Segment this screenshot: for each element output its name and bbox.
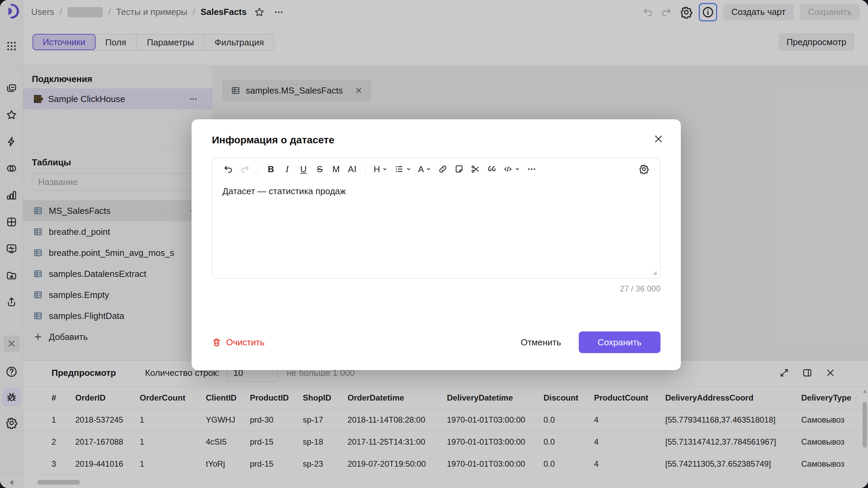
- modal-title: Информация о датасете: [212, 134, 660, 146]
- resize-handle[interactable]: [652, 270, 658, 276]
- trash-icon: [212, 338, 221, 347]
- heading-dropdown[interactable]: H: [370, 162, 391, 177]
- cut-scissors-icon[interactable]: [467, 162, 484, 177]
- bold-icon[interactable]: B: [263, 162, 279, 177]
- toolbar-divider: [258, 164, 258, 174]
- editor-toolbar: B I U S M AI H: [212, 158, 660, 180]
- chevron-down-icon: [406, 166, 411, 172]
- editor-redo-icon[interactable]: [237, 162, 253, 177]
- heading-letter: H: [374, 164, 380, 175]
- underline-icon[interactable]: U: [295, 162, 312, 177]
- monospace-icon[interactable]: AI: [344, 162, 360, 177]
- code-icon: [503, 164, 513, 174]
- clear-label: Очистить: [226, 337, 264, 348]
- list-dropdown[interactable]: [391, 162, 415, 177]
- chevron-down-icon: [382, 166, 388, 172]
- char-counter: 27 / 36 000: [212, 284, 660, 293]
- code-dropdown[interactable]: [500, 162, 524, 177]
- modal-footer: Очистить Отменить Сохранить: [212, 331, 660, 353]
- link-icon[interactable]: [435, 162, 451, 177]
- toolbar-more-icon[interactable]: [524, 162, 540, 177]
- editor-settings-gear-icon[interactable]: [636, 162, 652, 177]
- cancel-button[interactable]: Отменить: [511, 331, 571, 353]
- mono-a: A: [348, 164, 354, 175]
- modal-save-button[interactable]: Сохранить: [579, 331, 660, 353]
- color-letter: A: [418, 164, 424, 175]
- mark-icon[interactable]: M: [328, 162, 344, 177]
- chevron-down-icon: [515, 166, 520, 172]
- mono-i: I: [354, 164, 357, 174]
- strikethrough-icon[interactable]: S: [312, 162, 328, 177]
- toolbar-divider: [365, 164, 366, 174]
- editor-undo-icon[interactable]: [220, 162, 237, 177]
- quote-icon[interactable]: [484, 162, 500, 177]
- dataset-info-modal: Информация о датасете B I U: [192, 119, 681, 370]
- note-icon[interactable]: [451, 162, 467, 177]
- italic-icon[interactable]: I: [279, 162, 295, 177]
- description-text[interactable]: Датасет — статистика продаж: [212, 180, 660, 203]
- chevron-down-icon: [426, 166, 431, 172]
- clear-button[interactable]: Очистить: [212, 337, 264, 348]
- datalens-dataset-editor: Users / / Тесты и примеры / SalesFacts: [0, 0, 868, 488]
- list-icon: [394, 164, 404, 174]
- description-editor[interactable]: B I U S M AI H: [212, 158, 660, 279]
- modal-close-icon[interactable]: [653, 134, 664, 144]
- text-color-dropdown[interactable]: A: [415, 162, 435, 177]
